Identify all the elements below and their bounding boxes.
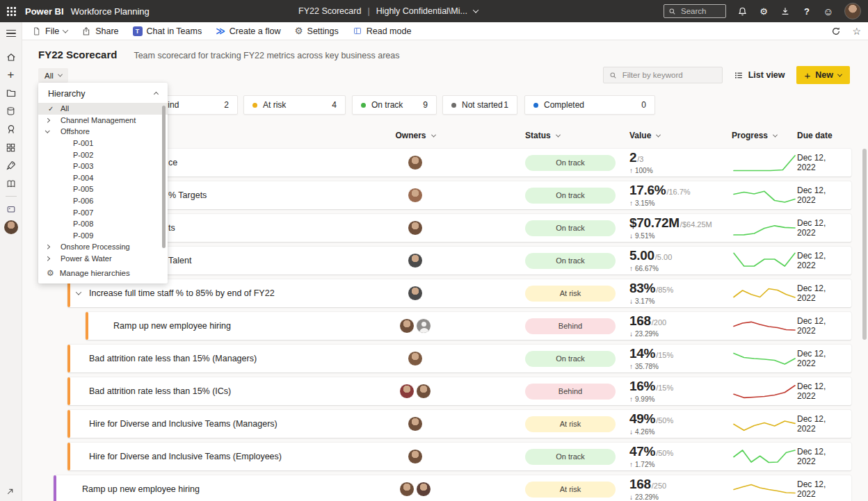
status-pill[interactable]: Behind: [525, 318, 616, 334]
hierarchy-item[interactable]: Offshore: [38, 126, 168, 138]
metric-name[interactable]: Bad attrition rate less than 15% (ICs): [67, 386, 231, 396]
profile-avatar[interactable]: [0, 218, 22, 236]
hierarchy-item[interactable]: Power & Water: [38, 253, 168, 265]
metric-row[interactable]: Bad attrition rate less than 15% (ICs) B…: [67, 377, 851, 405]
column-header-progress[interactable]: Progress: [732, 127, 797, 144]
column-header-owners[interactable]: Owners: [387, 127, 443, 144]
help-icon[interactable]: ?: [801, 6, 812, 17]
browse-folder-icon[interactable]: [0, 84, 22, 102]
metric-row[interactable]: Bad attrition rate less than 15% (Manage…: [67, 345, 851, 372]
status-summary-chip[interactable]: Not started 1: [442, 95, 517, 115]
new-button[interactable]: + New: [796, 66, 850, 84]
hierarchy-item[interactable]: Channel Management: [38, 115, 168, 126]
delta-arrow-icon: ↑: [629, 362, 633, 371]
status-pill[interactable]: At risk: [525, 416, 616, 432]
create-icon[interactable]: +: [0, 66, 22, 84]
hierarchy-item[interactable]: ✓ All: [38, 103, 168, 115]
metric-row[interactable]: ce On track 2/3 ↑100% Dec 12, 2022: [67, 149, 851, 176]
column-header-value[interactable]: Value: [629, 127, 735, 144]
hierarchy-item[interactable]: P-001: [38, 138, 168, 149]
status-cell: Behind: [525, 384, 616, 400]
status-pill[interactable]: On track: [525, 351, 616, 367]
hierarchy-item[interactable]: P-004: [38, 172, 168, 184]
status-pill[interactable]: Behind: [525, 384, 616, 400]
create-flow-button[interactable]: ≫ Create a flow: [216, 26, 280, 36]
hierarchy-item[interactable]: P-009: [38, 230, 168, 242]
metric-name[interactable]: Hire for Diverse and Inclusive Teams (Ma…: [67, 419, 278, 429]
share-icon: [81, 26, 91, 36]
metric-name[interactable]: Hire for Diverse and Inclusive Teams (Em…: [67, 452, 282, 461]
home-icon[interactable]: [0, 48, 22, 66]
favorite-star-icon[interactable]: ☆: [852, 26, 861, 36]
metric-row[interactable]: Talent On track 5.00/5.00 ↑66.67% Dec 12…: [67, 247, 851, 274]
hierarchy-item[interactable]: Onshore Processing: [38, 241, 168, 253]
expand-nav-icon[interactable]: [6, 487, 15, 496]
search-box[interactable]: [664, 4, 726, 18]
due-date: Dec 12, 2022: [797, 447, 846, 466]
status-summary-chip[interactable]: At risk 4: [243, 95, 346, 115]
hierarchy-filter-button[interactable]: All: [38, 68, 68, 83]
hierarchy-item[interactable]: P-006: [38, 195, 168, 207]
chevron-down-icon[interactable]: [473, 7, 479, 13]
app-icon[interactable]: [0, 200, 22, 218]
settings-gear-icon[interactable]: ⚙: [758, 6, 769, 17]
column-header-due-date[interactable]: Due date: [797, 127, 846, 144]
metric-name[interactable]: Ramp up new employee hiring: [54, 484, 200, 494]
notifications-bell-icon[interactable]: [737, 6, 748, 17]
share-button[interactable]: Share: [81, 26, 118, 36]
status-summary-chip[interactable]: Completed 0: [524, 95, 655, 115]
metric-row[interactable]: % Targets On track 17.6%/16.7% ↑3.15% De…: [67, 181, 851, 209]
settings-button[interactable]: ⚙ Settings: [294, 26, 338, 36]
hierarchy-panel-header[interactable]: Hierarchy: [38, 88, 168, 103]
app-name[interactable]: Workforce Planning: [71, 6, 150, 17]
column-header-status[interactable]: Status: [525, 127, 616, 144]
metric-name[interactable]: Ramp up new employee hiring: [86, 321, 231, 331]
status-pill[interactable]: At risk: [525, 482, 616, 498]
read-mode-button[interactable]: Read mode: [353, 26, 412, 36]
nav-menu-icon[interactable]: [0, 24, 22, 42]
hierarchy-item[interactable]: P-003: [38, 161, 168, 172]
metric-row[interactable]: Ramp up new employee hiring Behind 168/2…: [86, 312, 851, 340]
chat-in-teams-button[interactable]: T Chat in Teams: [133, 26, 202, 36]
file-menu[interactable]: File: [32, 26, 67, 36]
keyword-filter-input-box[interactable]: [603, 67, 723, 83]
learn-icon[interactable]: [0, 174, 22, 192]
hierarchy-item[interactable]: P-005: [38, 183, 168, 195]
search-input[interactable]: [680, 6, 721, 16]
hierarchy-item[interactable]: P-007: [38, 206, 168, 218]
dropdown-scrollbar[interactable]: [162, 106, 166, 248]
metric-row[interactable]: ts On track $70.72M/$64.25M ↓9.51% Dec 1…: [67, 214, 851, 242]
user-avatar[interactable]: [844, 3, 861, 19]
status-pill[interactable]: On track: [525, 155, 616, 171]
page-title: FY22 Scorecard: [38, 49, 117, 60]
metric-row[interactable]: Hire for Diverse and Inclusive Teams (Em…: [67, 443, 851, 470]
status-summary-chip[interactable]: On track 9: [352, 95, 437, 115]
metrics-goals-icon[interactable]: [0, 120, 22, 138]
refresh-icon[interactable]: [831, 26, 841, 36]
metric-name[interactable]: Bad attrition rate less than 15% (Manage…: [67, 354, 257, 363]
status-pill[interactable]: At risk: [525, 286, 616, 302]
app-launcher-icon[interactable]: [0, 0, 22, 22]
hierarchy-item[interactable]: P-002: [38, 149, 168, 161]
keyword-filter-input[interactable]: [621, 70, 712, 80]
download-icon[interactable]: [780, 6, 791, 17]
metric-name[interactable]: Increase full time staff % to 85% by end…: [67, 288, 275, 298]
status-pill[interactable]: On track: [525, 188, 616, 204]
status-dot-icon: [361, 103, 366, 108]
status-pill[interactable]: On track: [525, 449, 616, 465]
feedback-smiley-icon[interactable]: ☺: [823, 6, 834, 17]
powerbi-brand[interactable]: Power BI: [25, 6, 64, 17]
metric-row[interactable]: Increase full time staff % to 85% by end…: [67, 279, 851, 307]
hierarchy-item[interactable]: P-008: [38, 218, 168, 230]
page-scrollbar[interactable]: [862, 149, 867, 340]
workspaces-icon[interactable]: [0, 138, 22, 156]
metric-row[interactable]: Ramp up new employee hiring At risk 168/…: [54, 475, 851, 501]
document-title-group[interactable]: FY22 Scorecard | Highly Confidential\Mi.…: [298, 0, 478, 22]
list-view-button[interactable]: List view: [734, 70, 785, 80]
data-hub-icon[interactable]: [0, 102, 22, 120]
deployment-pipelines-icon[interactable]: [0, 156, 22, 174]
metric-row[interactable]: Hire for Diverse and Inclusive Teams (Ma…: [67, 410, 851, 438]
status-pill[interactable]: On track: [525, 253, 616, 269]
status-pill[interactable]: On track: [525, 220, 616, 236]
manage-hierarchies-button[interactable]: ⚙ Manage hierarchies: [47, 269, 130, 277]
